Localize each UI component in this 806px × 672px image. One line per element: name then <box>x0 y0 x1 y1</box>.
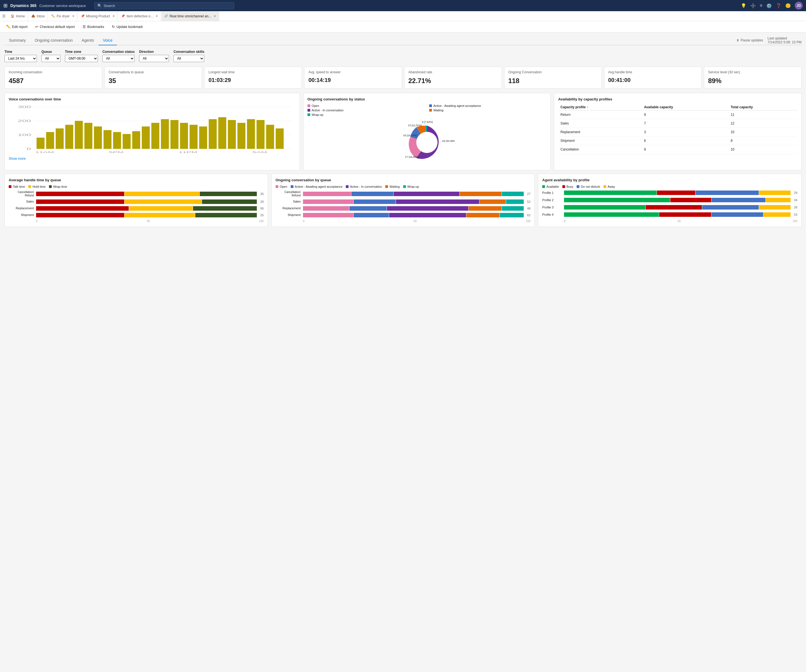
kpi-incoming-value: 4587 <box>9 77 98 85</box>
kpi-queue-value: 35 <box>109 77 198 85</box>
update-bookmark-button[interactable]: ↻ Update bookmark <box>110 24 145 30</box>
avail-seg-busy <box>670 198 711 202</box>
main-content: Summary Ongoing conversation Agents Voic… <box>0 33 806 234</box>
filter-conversation-skills-select[interactable]: All <box>173 55 204 62</box>
svg-text:16 (13.55%): 16 (13.55%) <box>403 134 417 137</box>
avail-profile4-label: Profile 4 <box>542 213 562 216</box>
legend-talk-label: Talk time <box>13 185 25 188</box>
tab-real-time-close[interactable]: ✕ <box>214 15 216 18</box>
lightbulb-icon[interactable]: 💡 <box>741 3 747 8</box>
hbar-cancellation-value: 35 <box>260 192 264 196</box>
search-bar[interactable]: 🔍 Search <box>94 2 234 9</box>
svg-text:9 (7.62%): 9 (7.62%) <box>422 121 433 123</box>
tab-item-defective[interactable]: 📌 Item defective o... ✕ <box>118 11 161 21</box>
kpi-row: Incoming conversation 4587 Conversations… <box>5 66 801 88</box>
avail-profile3-value: 28 <box>794 206 797 209</box>
filter-queue-select[interactable]: All <box>41 55 60 62</box>
oq-replacement-bars <box>303 206 524 211</box>
edit-report-button[interactable]: ✏️ Edit report <box>5 24 29 30</box>
agent-availability-panel: Agent availability by profile Available … <box>538 174 801 227</box>
tab-voice[interactable]: Voice <box>99 36 117 45</box>
filter-timezone-select[interactable]: GMT-08:00 GMT-05:00 GMT+00:00 <box>65 55 98 62</box>
legend-wrapup-label: Wrap-up <box>312 113 324 116</box>
tab-item-defective-close[interactable]: ✕ <box>155 15 158 18</box>
tab-inbox[interactable]: 📥 Inbox <box>28 11 48 21</box>
avail-seg-available <box>564 212 659 217</box>
oq-seg-open <box>303 213 353 217</box>
avg-handle-title: Average handle time by queue <box>9 178 264 182</box>
filter-conversation-status: Conversation status All Open Active Wrap… <box>102 50 135 62</box>
hbar-seg-talk <box>36 192 124 196</box>
show-more-button[interactable]: Show more <box>9 157 26 160</box>
legend-oq-open: Open <box>276 185 287 188</box>
col-available-capacity[interactable]: Available capacity <box>642 104 728 111</box>
avail-seg-dnd <box>695 190 759 195</box>
legend-away-label: Away <box>608 185 615 188</box>
avg-handle-legend: Talk time Hold time Wrap time <box>9 185 264 188</box>
legend-open: Open <box>307 104 424 107</box>
legend-oq-wrapup: Wrap-up <box>403 185 419 188</box>
avail-seg-busy <box>646 205 702 210</box>
kpi-queue-label: Conversations in queue <box>109 70 198 75</box>
legend-available: Available <box>542 185 559 188</box>
hbar-seg-wrap <box>200 192 257 196</box>
avail-axis: 050100 <box>564 220 797 223</box>
tab-fix-dryer[interactable]: ✏️ Fix dryer ✕ <box>48 11 78 21</box>
hamburger-icon[interactable]: ☰ <box>2 14 6 18</box>
menu-icon[interactable]: ≡ <box>760 3 762 8</box>
tab-real-time[interactable]: 🔗 Real time omnichannel an... ✕ <box>162 11 219 21</box>
return-total: 11 <box>728 110 797 119</box>
app-grid-icon[interactable]: ⊞ <box>3 3 8 9</box>
hbar-sales-bars <box>36 200 257 204</box>
bookmarks-label: Bookmarks <box>87 25 104 29</box>
plus-icon[interactable]: ➕ <box>750 3 756 8</box>
settings-icon[interactable]: ⚙️ <box>766 3 772 8</box>
svg-rect-8 <box>36 138 45 149</box>
ongoing-status-title: Ongoing conversations by status <box>307 97 547 101</box>
hbar-seg-wrap <box>195 213 257 217</box>
oq-axis: 050100 <box>303 220 531 223</box>
ongoing-queue-panel: Ongoing conversation by queue Open Activ… <box>271 174 535 227</box>
tab-agents[interactable]: Agents <box>77 36 99 45</box>
filter-conversation-status-select[interactable]: All Open Active Wrap-up <box>102 55 135 62</box>
availability-table-scroll[interactable]: Capacity profile ↑ Available capacity To… <box>558 104 797 154</box>
legend-awaiting-dot <box>429 104 432 107</box>
col-total-capacity[interactable]: Total capacity <box>728 104 797 111</box>
user-avatar[interactable]: JD <box>795 2 803 10</box>
bookmarks-button[interactable]: ☰ Bookmarks <box>81 24 106 30</box>
feedback-icon[interactable]: 🙂 <box>785 3 791 8</box>
pause-updates-button[interactable]: ⏸ Pause updates <box>736 38 763 42</box>
tab-home[interactable]: 🏠 Home <box>8 11 28 21</box>
oq-replacement: Replacement 48 <box>276 206 531 211</box>
tab-missing-product-close[interactable]: ✕ <box>112 15 115 18</box>
profile-shipment: Shipment <box>558 136 642 145</box>
replacement-available: 3 <box>642 127 728 136</box>
filter-time-label: Time <box>5 50 37 54</box>
hbar-shipment: Shipment 25 <box>9 213 264 217</box>
ongoing-queue-title: Ongoing conversation by queue <box>276 178 531 182</box>
filter-direction-select[interactable]: All Inbound Outbound <box>139 55 169 62</box>
avail-seg-away <box>766 198 791 202</box>
return-available: 9 <box>642 110 728 119</box>
tab-fix-dryer-close[interactable]: ✕ <box>72 15 74 18</box>
kpi-avg-speed: Avg. speed to answer 00:14:19 <box>304 66 402 88</box>
filter-time-select[interactable]: Last 24 hrs Last 12 hrs Last 7 days <box>5 55 37 62</box>
tab-real-time-label: Real time omnichannel an... <box>170 14 211 18</box>
action-bar: ✏️ Edit report ↩ Checkout default report… <box>0 21 806 33</box>
tab-ongoing-conversation[interactable]: Ongoing conversation <box>30 36 77 45</box>
svg-text:13 (11.01%): 13 (11.01%) <box>408 124 421 127</box>
legend-oq-awaiting-label: Active - Awaiting agent acceptance <box>295 185 342 188</box>
product-name: Customer service workspace <box>39 3 86 8</box>
replacement-total: 10 <box>728 127 797 136</box>
col-capacity-profile[interactable]: Capacity profile ↑ <box>558 104 642 111</box>
table-row: Cancellation 8 10 <box>558 145 797 154</box>
tab-summary[interactable]: Summary <box>5 36 30 45</box>
oq-cancellation: Cancellation/Refund 27 <box>276 190 531 197</box>
checkout-report-button[interactable]: ↩ Checkout default report <box>33 24 76 30</box>
avail-seg-away <box>759 190 791 195</box>
report-tabs: Summary Ongoing conversation Agents Voic… <box>5 36 801 45</box>
help-icon[interactable]: ❓ <box>776 3 781 8</box>
hbar-seg-talk <box>36 213 124 217</box>
hbar-replacement-value: 95 <box>260 207 264 210</box>
tab-missing-product[interactable]: 📌 Missing Product ✕ <box>78 11 118 21</box>
